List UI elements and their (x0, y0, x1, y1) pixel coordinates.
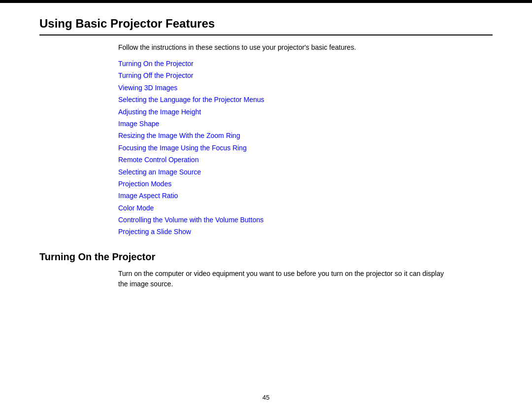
toc-link-7[interactable]: Focusing the Image Using the Focus Ring (118, 142, 493, 153)
toc-link-4[interactable]: Adjusting the Image Height (118, 106, 493, 117)
toc-link-6[interactable]: Resizing the Image With the Zoom Ring (118, 130, 493, 141)
main-heading: Using Basic Projector Features (39, 17, 493, 35)
top-border (0, 0, 532, 3)
toc-link-12[interactable]: Color Mode (118, 203, 493, 213)
section-heading: Turning On the Projector (39, 251, 493, 263)
section-text: Turn on the computer or video equipment … (118, 269, 453, 289)
toc-link-0[interactable]: Turning On the Projector (118, 58, 493, 69)
intro-text: Follow the instructions in these section… (118, 43, 493, 51)
page-number: 45 (263, 394, 269, 401)
toc-link-9[interactable]: Selecting an Image Source (118, 167, 493, 177)
toc-link-2[interactable]: Viewing 3D Images (118, 82, 493, 93)
page-container: Using Basic Projector Features Follow th… (0, 0, 532, 411)
toc-link-11[interactable]: Image Aspect Ratio (118, 190, 493, 201)
content-area: Using Basic Projector Features Follow th… (0, 12, 532, 319)
links-section: Turning On the ProjectorTurning Off the … (118, 58, 493, 238)
toc-link-3[interactable]: Selecting the Language for the Projector… (118, 94, 493, 105)
toc-link-8[interactable]: Remote Control Operation (118, 154, 493, 165)
toc-link-1[interactable]: Turning Off the Projector (118, 70, 493, 81)
toc-link-5[interactable]: Image Shape (118, 118, 493, 129)
toc-link-13[interactable]: Controlling the Volume with the Volume B… (118, 214, 493, 225)
toc-link-14[interactable]: Projecting a Slide Show (118, 226, 493, 237)
toc-link-10[interactable]: Projection Modes (118, 178, 493, 189)
